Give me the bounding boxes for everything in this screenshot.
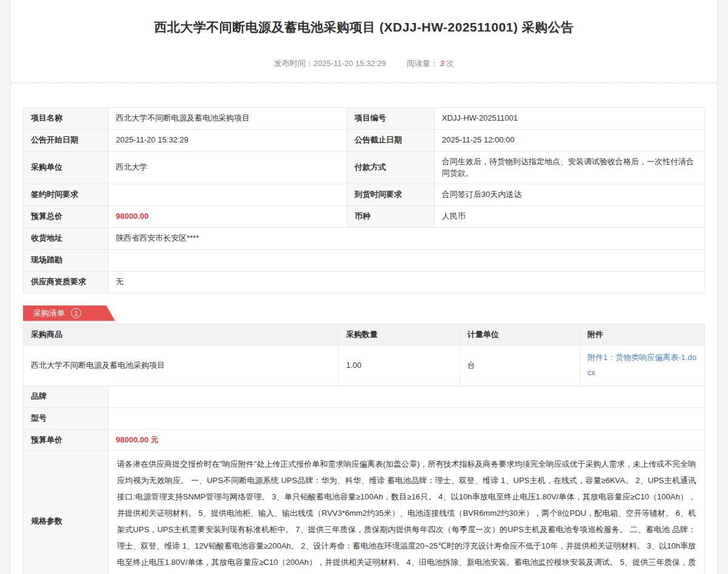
column-header-product: 采购商品 (24, 324, 339, 345)
info-label: 项目编号 (347, 108, 435, 130)
table-row: 供应商资质要求 无 (24, 271, 705, 293)
table-row: 预算单价 98000.00 元 (24, 429, 705, 451)
info-value: 合同生效后，待货物到达指定地点、安装调试验收合格后，一次性付清合同货款。 (435, 151, 705, 184)
info-value: 陕西省西安市长安区**** (109, 228, 705, 250)
table-row: 采购单位 西北大学 付款方式 合同生效后，待货物到达指定地点、安装调试验收合格后… (24, 151, 705, 184)
purchase-list-badge-label: 采购清单 (33, 308, 65, 319)
brand-value (109, 385, 705, 407)
table-header-row: 采购商品 采购数量 计量单位 附件 (24, 324, 705, 345)
info-value: 合同签订后30天内送达 (435, 184, 705, 206)
spec-text: 请各潜在供应商提交报价时在"响应附件"处上传正式报价单和需求响应偏离表(加盖公章… (109, 451, 705, 574)
read-count-value: 3 (440, 59, 444, 68)
attachment-link[interactable]: 附件1：货物类响应偏离表-1.docx (587, 353, 696, 377)
column-header-quantity: 采购数量 (339, 324, 460, 345)
model-value (109, 407, 705, 429)
info-label: 供应商资质要求 (24, 271, 109, 293)
announcement-card: 西北大学不间断电源及蓄电池采购项目 (XDJJ-HW-202511001) 采购… (10, 0, 718, 574)
info-label: 现场踏勘 (24, 249, 109, 271)
read-count-label: 阅读量： (407, 59, 438, 68)
info-label: 付款方式 (347, 151, 435, 184)
info-value (109, 249, 705, 271)
info-label: 签约时间要求 (24, 184, 109, 206)
product-table: 采购商品 采购数量 计量单位 附件 西北大学不间断电源及蓄电池采购项目 1.00… (23, 324, 705, 574)
info-label: 收货地址 (24, 228, 109, 250)
purchase-list-badge: 采购清单 1 (23, 305, 115, 321)
product-quantity: 1.00 (339, 345, 460, 385)
announcement-header: 西北大学不间断电源及蓄电池采购项目 (XDJJ-HW-202511001) 采购… (11, 0, 717, 83)
table-row: 项目名称 西北大学不间断电源及蓄电池采购项目 项目编号 XDJJ-HW-2025… (24, 108, 705, 130)
table-row: 预算总价 98000.00 币种 人民币 (24, 206, 705, 228)
table-row: 收货地址 陕西省西安市长安区**** (24, 228, 705, 250)
model-label: 型号 (24, 407, 109, 429)
info-value: 2025-11-20 15:32:29 (109, 129, 347, 151)
info-label: 公告开始日期 (24, 129, 109, 151)
table-row: 公告开始日期 2025-11-20 15:32:29 公告截止日期 2025-1… (24, 129, 705, 151)
total-budget-value: 98000.00 (109, 206, 347, 228)
info-label: 到货时间要求 (347, 184, 435, 206)
info-value: 无 (109, 271, 705, 293)
product-row: 西北大学不间断电源及蓄电池采购项目 1.00 台 附件1：货物类响应偏离表-1.… (24, 345, 705, 385)
meta-line: 发布时间：2025-11-20 15:32:29阅读量：3次 (11, 58, 717, 69)
badge-count: 1 (71, 308, 81, 318)
table-row: 签约时间要求 到货时间要求 合同签订后30天内送达 (24, 184, 705, 206)
table-row: 现场踏勘 (24, 249, 705, 271)
info-label: 项目名称 (24, 108, 109, 130)
unit-price-label: 预算单价 (24, 429, 109, 451)
column-header-unit: 计量单位 (460, 324, 580, 345)
product-name: 西北大学不间断电源及蓄电池采购项目 (24, 345, 339, 385)
read-count-unit: 次 (446, 59, 454, 68)
info-label: 公告截止日期 (347, 129, 435, 151)
info-label: 预算总价 (24, 206, 109, 228)
page-title: 西北大学不间断电源及蓄电池采购项目 (XDJJ-HW-202511001) 采购… (11, 19, 717, 36)
info-value: 西北大学 (109, 151, 347, 184)
table-row: 规格参数 请各潜在供应商提交报价时在"响应附件"处上传正式报价单和需求响应偏离表… (24, 451, 705, 574)
product-unit: 台 (460, 345, 580, 385)
publish-time-value: 2025-11-20 15:32:29 (313, 59, 386, 68)
table-row: 品牌 (24, 385, 705, 407)
info-value (109, 184, 347, 206)
brand-label: 品牌 (24, 385, 109, 407)
project-info-table: 项目名称 西北大学不间断电源及蓄电池采购项目 项目编号 XDJJ-HW-2025… (23, 107, 705, 293)
info-label: 币种 (347, 206, 435, 228)
unit-price-value: 98000.00 元 (109, 429, 705, 451)
info-value: 人民币 (435, 206, 705, 228)
info-label: 采购单位 (24, 151, 109, 184)
spec-label: 规格参数 (24, 451, 109, 574)
info-value: 2025-11-25 12:00:00 (435, 129, 705, 151)
column-header-attachment: 附件 (580, 324, 705, 345)
info-value: 西北大学不间断电源及蓄电池采购项目 (109, 108, 347, 130)
announcement-body: 项目名称 西北大学不间断电源及蓄电池采购项目 项目编号 XDJJ-HW-2025… (11, 107, 717, 574)
table-row: 型号 (24, 407, 705, 429)
info-value: XDJJ-HW-202511001 (435, 108, 705, 130)
publish-time-label: 发布时间： (274, 59, 313, 68)
